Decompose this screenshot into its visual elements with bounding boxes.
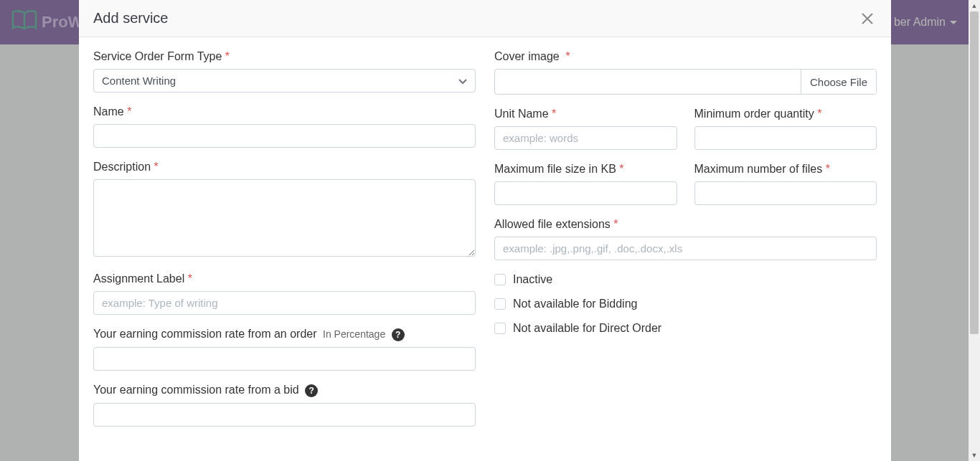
close-button[interactable]	[858, 9, 877, 28]
field-max-file-size: Maximum file size in KB *	[494, 163, 677, 205]
label-commission-order: Your earning commission rate from an ord…	[93, 328, 476, 341]
input-commission-bid[interactable]	[93, 403, 476, 427]
label-commission-bid: Your earning commission rate from a bid …	[93, 384, 476, 397]
label-form-type: Service Order Form Type *	[93, 50, 476, 63]
required-mark: *	[127, 105, 131, 118]
required-mark: *	[613, 218, 618, 230]
checkbox-label-inactive: Inactive	[513, 273, 552, 286]
form-right-column: Cover image * Choose File Unit Name *	[494, 50, 877, 439]
checkbox-label-no-direct: Not available for Direct Order	[513, 322, 661, 335]
file-input-group: Choose File	[494, 69, 877, 95]
label-unit-name: Unit Name *	[494, 108, 677, 120]
close-icon	[861, 8, 874, 29]
field-description: Description *	[93, 161, 476, 260]
field-commission-bid: Your earning commission rate from a bid …	[93, 384, 476, 427]
file-path-display	[495, 70, 801, 94]
scrollbar-thumb[interactable]	[970, 11, 979, 334]
required-mark: *	[188, 272, 192, 285]
label-name: Name *	[93, 105, 476, 118]
label-assignment: Assignment Label *	[93, 272, 476, 285]
required-mark: *	[225, 50, 230, 62]
choose-file-button[interactable]: Choose File	[801, 70, 876, 94]
help-icon[interactable]: ?	[392, 328, 405, 341]
checkbox-label-no-bidding: Not available for Bidding	[513, 298, 637, 310]
required-mark: *	[154, 161, 158, 173]
label-max-file-size: Maximum file size in KB *	[494, 163, 677, 176]
field-form-type: Service Order Form Type * Content Writin…	[93, 50, 476, 92]
add-service-modal: Add service Service Order Form Type * Co…	[79, 0, 891, 461]
field-assignment-label: Assignment Label *	[93, 272, 476, 315]
checkbox-no-bidding[interactable]	[494, 298, 506, 310]
input-commission-order[interactable]	[93, 347, 476, 371]
textarea-description[interactable]	[93, 179, 476, 257]
checkbox-no-direct[interactable]	[494, 323, 506, 334]
input-min-qty[interactable]	[694, 126, 877, 150]
checkbox-row-no-direct[interactable]: Not available for Direct Order	[494, 322, 877, 335]
scroll-down-icon[interactable]: ▼	[969, 450, 980, 461]
required-mark: *	[817, 108, 821, 120]
select-form-type[interactable]: Content Writing	[93, 69, 476, 92]
field-max-files: Maximum number of files *	[694, 163, 877, 205]
modal-title: Add service	[93, 10, 169, 27]
field-commission-order: Your earning commission rate from an ord…	[93, 328, 476, 371]
input-name[interactable]	[93, 124, 476, 148]
field-min-qty: Minimum order quantity *	[694, 108, 877, 150]
modal-header: Add service	[79, 0, 891, 37]
label-extensions: Allowed file extensions *	[494, 218, 877, 231]
field-unit-name: Unit Name *	[494, 108, 677, 150]
input-max-file-size[interactable]	[494, 181, 677, 205]
field-extensions: Allowed file extensions *	[494, 218, 877, 260]
input-assignment-label[interactable]	[93, 291, 476, 315]
required-mark: *	[619, 163, 623, 175]
checkbox-inactive[interactable]	[494, 274, 506, 285]
modal-body: Service Order Form Type * Content Writin…	[79, 37, 891, 457]
form-left-column: Service Order Form Type * Content Writin…	[93, 50, 476, 439]
required-mark: *	[552, 108, 556, 120]
checkbox-row-inactive[interactable]: Inactive	[494, 273, 877, 286]
field-name: Name *	[93, 105, 476, 148]
label-cover-image: Cover image *	[494, 50, 877, 63]
input-extensions[interactable]	[494, 237, 877, 260]
scroll-up-icon[interactable]: ▲	[969, 0, 980, 11]
label-max-files: Maximum number of files *	[694, 163, 877, 176]
input-max-files[interactable]	[694, 181, 877, 205]
checkbox-row-no-bidding[interactable]: Not available for Bidding	[494, 298, 877, 310]
input-unit-name[interactable]	[494, 126, 677, 150]
field-cover-image: Cover image * Choose File	[494, 50, 877, 95]
label-description: Description *	[93, 161, 476, 174]
help-icon[interactable]: ?	[305, 384, 318, 397]
vertical-scrollbar[interactable]: ▲ ▼	[969, 0, 980, 461]
label-min-qty: Minimum order quantity *	[694, 108, 877, 120]
required-mark: *	[826, 163, 830, 175]
required-mark: *	[566, 50, 570, 62]
